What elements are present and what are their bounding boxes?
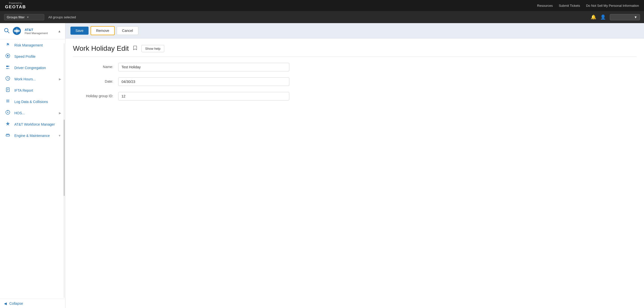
sidebar-search-icon[interactable] — [4, 28, 10, 35]
holiday-group-id-label: Holiday group ID: — [73, 92, 113, 98]
sidebar-item-risk-management-label: Risk Management — [14, 43, 61, 47]
groups-filter-bar: Groups filter ▼ All groups selected 🔔 👤 … — [0, 11, 644, 23]
user-name-text — [613, 15, 632, 19]
page-title-row: Work Holiday Edit Show help — [73, 44, 636, 57]
sidebar-brand-bottom: Fleet Management — [25, 32, 48, 35]
name-input[interactable] — [118, 63, 289, 71]
log-data-collisions-icon — [5, 98, 11, 105]
svg-line-16 — [8, 78, 9, 79]
form-section: Name: Date: Holiday group ID: — [73, 63, 299, 100]
svg-line-1 — [8, 31, 9, 33]
sidebar: AT&T Fleet Management ▲ ⚑ Risk Managemen… — [0, 23, 65, 308]
sidebar-item-ifta-report[interactable]: IFTA Report — [0, 85, 65, 96]
sidebar-item-log-data-collisions[interactable]: Log Data & Collisions — [0, 96, 65, 107]
ifta-report-icon — [5, 87, 11, 93]
sidebar-item-work-hours-label: Work Hours... — [14, 77, 55, 81]
groups-filter-select[interactable]: Groups filter ▼ — [4, 14, 44, 20]
sidebar-scroll-indicator — [64, 43, 65, 298]
bookmark-icon[interactable] — [133, 45, 137, 52]
resources-link[interactable]: Resources — [537, 4, 553, 8]
svg-rect-29 — [8, 134, 9, 135]
speed-profile-icon — [5, 53, 11, 60]
groups-filter-label: Groups filter — [7, 15, 25, 19]
page-content: Work Holiday Edit Show help Name: Date: — [65, 38, 644, 308]
powered-by-text: Powered by — [9, 2, 22, 5]
sidebar-scroll-thumb — [64, 120, 65, 196]
form-row-name: Name: — [73, 63, 299, 71]
submit-tickets-link[interactable]: Submit Tickets — [559, 4, 580, 8]
cancel-button[interactable]: Cancel — [117, 26, 138, 35]
work-hours-arrow-icon: ▶ — [59, 77, 61, 81]
sidebar-items-list: ⚑ Risk Management Speed Profile — [0, 39, 65, 141]
sidebar-item-att-workforce[interactable]: AT&T Workforce Manager — [0, 119, 65, 130]
content-area: Save Remove Cancel Work Holiday Edit Sho… — [65, 23, 644, 308]
form-row-date: Date: — [73, 77, 299, 86]
user-dropdown-chevron-icon: ▼ — [634, 15, 637, 19]
groups-selected-text: All groups selected — [48, 15, 587, 19]
work-hours-icon — [5, 76, 11, 82]
groups-bar-right: 🔔 👤 ▼ — [591, 14, 640, 20]
driver-congregation-icon — [5, 65, 11, 71]
sidebar-brand: AT&T Fleet Management — [25, 28, 48, 35]
svg-point-25 — [7, 112, 8, 113]
remove-button[interactable]: Remove — [91, 26, 115, 35]
show-help-button[interactable]: Show help — [141, 45, 164, 52]
main-layout: AT&T Fleet Management ▲ ⚑ Risk Managemen… — [0, 23, 644, 308]
att-logo-icon — [13, 27, 22, 36]
date-label: Date: — [73, 77, 113, 83]
nav-right: Resources Submit Tickets Do Not Sell My … — [537, 4, 639, 8]
user-dropdown[interactable]: ▼ — [610, 14, 640, 20]
sidebar-item-driver-congregation[interactable]: Driver Congregation — [0, 62, 65, 73]
notification-bell-icon[interactable]: 🔔 — [591, 14, 596, 20]
svg-point-13 — [8, 66, 9, 67]
sidebar-item-log-data-label: Log Data & Collisions — [14, 100, 61, 104]
geotab-logo: Powered by GEOTAB — [5, 2, 26, 10]
sidebar-item-hos-label: HOS... — [14, 111, 55, 115]
sidebar-item-work-hours[interactable]: Work Hours... ▶ — [0, 73, 65, 85]
sidebar-item-hos[interactable]: HOS... ▶ — [0, 107, 65, 119]
sidebar-item-speed-profile[interactable]: Speed Profile — [0, 51, 65, 62]
sidebar-item-speed-profile-label: Speed Profile — [14, 55, 61, 59]
sidebar-item-risk-management[interactable]: ⚑ Risk Management — [0, 39, 65, 51]
svg-text:⚑: ⚑ — [7, 43, 9, 46]
risk-management-icon: ⚑ — [5, 42, 11, 48]
holiday-group-id-input[interactable] — [118, 92, 289, 100]
sidebar-brand-top: AT&T — [25, 28, 48, 32]
do-not-sell-link[interactable]: Do Not Sell My Personal Information — [586, 4, 639, 8]
engine-maintenance-icon — [5, 132, 11, 139]
collapse-label: Collapse — [9, 301, 23, 305]
sidebar-item-ifta-report-label: IFTA Report — [14, 88, 61, 92]
sidebar-item-att-workforce-label: AT&T Workforce Manager — [14, 122, 61, 126]
top-navigation: Powered by GEOTAB Resources Submit Ticke… — [0, 0, 644, 11]
svg-rect-28 — [7, 134, 8, 135]
geotab-brand: GEOTAB — [5, 5, 26, 10]
hos-arrow-icon: ▶ — [59, 111, 61, 115]
save-button[interactable]: Save — [70, 27, 89, 35]
hos-icon — [5, 110, 11, 116]
svg-point-11 — [7, 55, 9, 57]
engine-maintenance-chevron-icon: ▼ — [58, 134, 61, 137]
svg-point-12 — [6, 66, 8, 67]
page-title: Work Holiday Edit — [73, 44, 129, 53]
nav-left: Powered by GEOTAB — [5, 2, 26, 10]
collapse-arrow-icon: ◀ — [4, 301, 7, 305]
sidebar-item-engine-maintenance[interactable]: Engine & Maintenance ▼ — [0, 130, 65, 141]
form-row-holiday-group-id: Holiday group ID: — [73, 92, 299, 100]
sidebar-item-driver-congregation-label: Driver Congregation — [14, 66, 61, 70]
user-avatar-icon[interactable]: 👤 — [600, 14, 606, 20]
sidebar-collapse-button[interactable]: ◀ Collapse — [0, 299, 65, 308]
toolbar: Save Remove Cancel — [65, 23, 644, 38]
att-workforce-icon — [5, 121, 11, 127]
sidebar-item-engine-maintenance-label: Engine & Maintenance — [14, 134, 55, 138]
name-label: Name: — [73, 63, 113, 69]
sidebar-header: AT&T Fleet Management ▲ — [0, 23, 65, 39]
svg-rect-27 — [6, 135, 10, 136]
date-input[interactable] — [118, 77, 289, 86]
groups-filter-chevron-icon: ▼ — [27, 16, 29, 19]
sidebar-scroll-up-button[interactable]: ▲ — [58, 29, 61, 33]
